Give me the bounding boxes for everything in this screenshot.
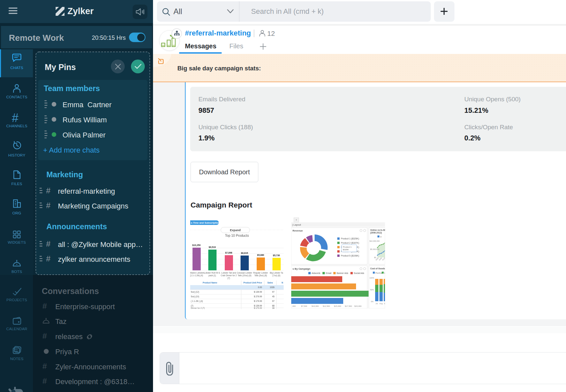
svg-text:( 1.1-2lb ) (4): ( 1.1-2lb ) (4) [191, 300, 203, 303]
svg-text:Expand: Expand [230, 229, 241, 232]
svg-text:Tails (10oz) (6): Tails (10oz) (6) [238, 274, 251, 277]
svg-text:Product Name: Product Name [203, 282, 217, 284]
svg-text:$ 179.99: $ 179.99 [254, 300, 262, 302]
svg-text:$5,880: $5,880 [257, 254, 264, 257]
svg-text:$ 139.99: $ 139.99 [254, 291, 262, 293]
svg-text:0%: 0% [371, 301, 373, 303]
svg-text:0.00: 0.00 [258, 286, 262, 288]
svg-text:O: O [380, 236, 382, 238]
svg-text:$15,000: $15,000 [334, 305, 341, 307]
svg-text:(2006-2012): (2006-2012) [370, 232, 382, 234]
svg-text:Crab Dinner for 2: Crab Dinner for 2 [221, 274, 237, 277]
svg-text:$ 139.99: $ 139.99 [254, 305, 262, 307]
svg-text:| Layout: | Layout [292, 223, 301, 226]
svg-text:100%: 100% [370, 277, 374, 279]
svg-text:97: 97 [272, 291, 275, 293]
svg-text:$7,500: $7,500 [301, 305, 307, 307]
svg-text:Jul: Jul [375, 303, 378, 305]
svg-text:$10,000: $10,000 [312, 305, 319, 307]
svg-text:Tails (5oz) (8): Tails (5oz) (8) [254, 274, 267, 277]
svg-text:(1.1–1.2lb) (4): (1.1–1.2lb) (4) [190, 274, 203, 277]
svg-text:5oz) (12): 5oz) (12) [191, 291, 199, 293]
svg-text:5oz) (10): 5oz) (10) [191, 295, 199, 298]
svg-text:Product Unit Price: Product Unit Price [244, 282, 262, 284]
svg-text:$9,519: $9,519 [209, 246, 216, 249]
svg-text:Big Lobster Ta: Big Lobster Ta [270, 272, 283, 274]
svg-text:Aug: Aug [379, 303, 383, 305]
svg-text:pack (1): pack (1) [209, 274, 216, 277]
svg-text:Lobster Roll Kit 6-: Lobster Roll Kit 6- [204, 272, 220, 274]
svg-text:Sep: Sep [384, 303, 385, 305]
svg-text:Product 2 ($187K): Product 2 ($187K) [341, 242, 359, 244]
svg-text:50%: 50% [370, 289, 374, 291]
svg-text:Revenue: Revenue [293, 229, 303, 232]
svg-text:Product 1: Product 1 [343, 246, 352, 248]
svg-text:(7): (7) [227, 277, 230, 280]
svg-text:$6,815: $6,815 [241, 252, 248, 255]
svg-text:68: 68 [272, 305, 275, 307]
svg-text:Cost of Goods Sold: Cost of Goods Sold [370, 267, 385, 270]
svg-text:Top 10 Products: Top 10 Products [225, 234, 249, 237]
svg-text:s By Campaign: s By Campaign [293, 267, 311, 270]
svg-text:Online vs In-Store Purc: Online vs In-Store Purc [370, 229, 385, 231]
svg-text:Email: Email [326, 272, 331, 274]
svg-text:Adwords: Adwords [312, 272, 321, 274]
svg-text:Colossal Lobster: Colossal Lobster [237, 272, 252, 274]
svg-text:Regular Lobster: Regular Lobster [253, 272, 268, 274]
svg-text:97: 97 [272, 300, 275, 302]
svg-text:$10,000,000: $10,000,000 [370, 240, 380, 242]
svg-text:e Maine Lobsters: e Maine Lobsters [190, 272, 204, 274]
svg-text:Banner Ads: Banner Ads [337, 272, 348, 274]
svg-text:Product 5 ($106K): Product 5 ($106K) [341, 255, 359, 257]
svg-text:$20,000: $20,000 [354, 305, 362, 307]
svg-text:$10,250: $10,250 [192, 244, 200, 247]
svg-text:$7,898: $7,898 [225, 252, 232, 254]
svg-text:$17,500: $17,500 [345, 305, 352, 307]
svg-text:$0: $0 [374, 257, 376, 258]
svg-text:(7oz) (6): (7oz) (6) [272, 274, 280, 277]
svg-text:45: 45 [272, 295, 275, 298]
svg-text:Sales: Sales [268, 282, 273, 284]
svg-text:$12,500: $12,500 [323, 305, 330, 307]
svg-text:$5,730: $5,730 [273, 254, 280, 257]
svg-text:N: N [282, 282, 283, 284]
svg-text:L: L [384, 272, 385, 274]
svg-text:e-Time and Subscription: e-Time and Subscription [191, 221, 220, 224]
svg-text:Social Ads: Social Ads [354, 272, 364, 274]
svg-text:$ 279.99: $ 279.99 [254, 295, 262, 298]
svg-text:$325K: $325K [343, 248, 349, 251]
svg-text:Product 1 ($325K): Product 1 ($325K) [341, 237, 359, 240]
svg-text:+: + [296, 218, 297, 222]
svg-text:Lobster Tail and: Lobster Tail and [221, 272, 236, 274]
svg-text:1026: 1026 [270, 286, 275, 288]
svg-text:,000: ,000 [292, 305, 296, 307]
